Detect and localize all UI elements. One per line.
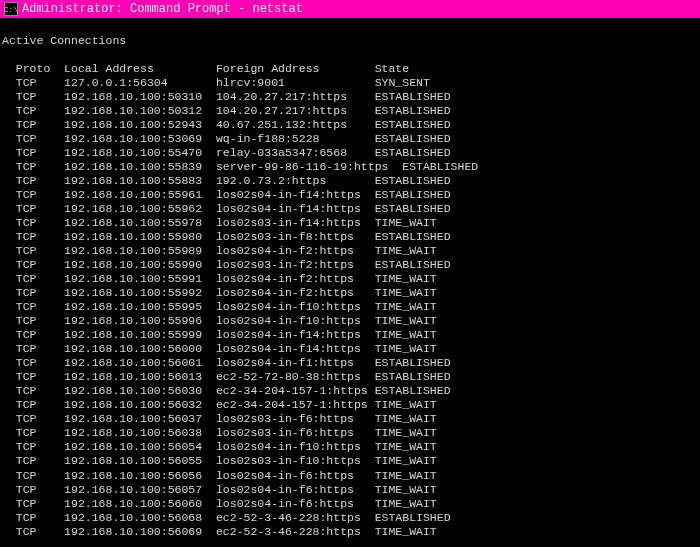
title-bar[interactable]: C:\ Administrator: Command Prompt - nets… xyxy=(0,0,700,18)
cmd-icon: C:\ xyxy=(4,2,18,16)
terminal-body[interactable]: Active Connections Proto Local Address F… xyxy=(0,18,700,547)
window-title: Administrator: Command Prompt - netstat xyxy=(22,2,303,16)
column-headers: Proto Local Address Foreign Address Stat… xyxy=(2,62,409,75)
active-connections-header: Active Connections xyxy=(2,34,126,47)
connection-rows: TCP 127.0.0.1:56304 hlrcv:9001 SYN_SENT … xyxy=(2,76,478,538)
